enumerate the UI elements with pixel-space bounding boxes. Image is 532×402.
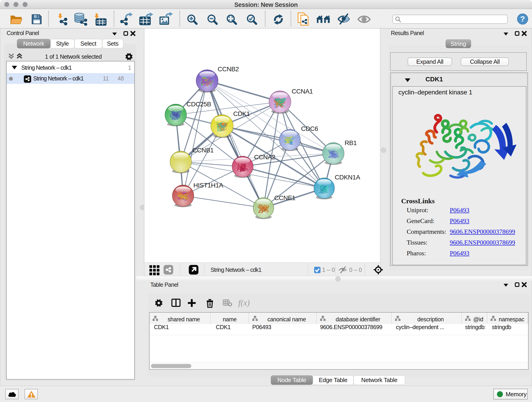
- svg-text:CCNA2: CCNA2: [254, 153, 275, 161]
- svg-text:CDC25B: CDC25B: [186, 101, 211, 108]
- svg-text:CCNE1: CCNE1: [274, 194, 295, 201]
- svg-text:CCNA1: CCNA1: [292, 88, 313, 95]
- svg-text:CCNB1: CCNB1: [192, 147, 214, 154]
- svg-text:CCNB2: CCNB2: [218, 65, 239, 73]
- svg-text:?: ?: [520, 14, 525, 23]
- svg-text:CDK1: CDK1: [233, 110, 250, 117]
- svg-text:RB1: RB1: [345, 139, 357, 147]
- svg-text:CDKN1A: CDKN1A: [335, 174, 360, 181]
- svg-text:HIST1H1A: HIST1H1A: [193, 182, 223, 189]
- svg-text:CDC6: CDC6: [301, 125, 318, 132]
